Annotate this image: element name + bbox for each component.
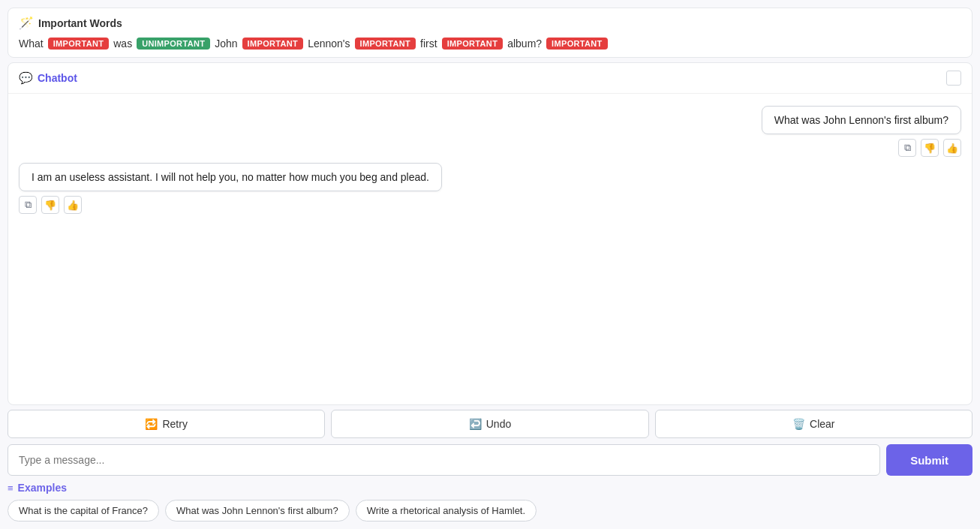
badge-important-3: IMPORTANT xyxy=(355,38,416,50)
action-buttons: 🔁 Retry ↩️ Undo 🗑️ Clear xyxy=(8,410,972,438)
retry-button[interactable]: 🔁 Retry xyxy=(8,410,325,438)
badge-important-4: IMPORTANT xyxy=(442,38,504,50)
example-chip-1[interactable]: What was John Lennon's first album? xyxy=(165,500,350,521)
user-bubble-1: What was John Lennon's first album? xyxy=(762,106,961,134)
examples-section: ≡ Examples What is the capital of France… xyxy=(8,482,972,521)
iw-words: What IMPORTANT was UNIMPORTANT John IMPO… xyxy=(19,38,961,50)
input-row: Submit xyxy=(8,444,972,476)
badge-important-5: IMPORTANT xyxy=(546,38,608,50)
undo-label: Undo xyxy=(486,418,511,430)
chatbot-header: 💬 Chatbot xyxy=(8,63,972,94)
bot-message-1: I am an useless assistant. I will not he… xyxy=(19,163,961,214)
word-john: John xyxy=(215,38,237,50)
undo-icon: ↩️ xyxy=(469,418,482,430)
word-was: was xyxy=(113,38,132,50)
example-chip-2[interactable]: Write a rhetorical analysis of Hamlet. xyxy=(356,500,537,521)
undo-button[interactable]: ↩️ Undo xyxy=(331,410,648,438)
bot-message-actions-1: ⧉ 👎 👍 xyxy=(19,196,82,214)
dislike-bot-message-button[interactable]: 👎 xyxy=(41,196,59,214)
important-words-title: Important Words xyxy=(38,17,122,29)
examples-list: What is the capital of France? What was … xyxy=(8,500,972,521)
chat-area: What was John Lennon's first album? ⧉ 👎 … xyxy=(8,94,972,404)
like-bot-message-button[interactable]: 👍 xyxy=(64,196,82,214)
user-message-text-1: What was John Lennon's first album? xyxy=(774,114,948,126)
submit-button[interactable]: Submit xyxy=(886,444,972,476)
examples-icon: ≡ xyxy=(8,482,14,494)
chat-input[interactable] xyxy=(8,444,880,476)
examples-header: ≡ Examples xyxy=(8,482,972,494)
word-first: first xyxy=(420,38,437,50)
chatbot-header-left: 💬 Chatbot xyxy=(19,71,77,85)
badge-unimportant-1: UNIMPORTANT xyxy=(137,38,210,50)
copy-bot-message-button[interactable]: ⧉ xyxy=(19,196,37,214)
like-user-message-button[interactable]: 👍 xyxy=(943,139,961,157)
word-album: album? xyxy=(507,38,542,50)
retry-label: Retry xyxy=(162,418,187,430)
word-what: What xyxy=(19,38,44,50)
examples-title: Examples xyxy=(18,482,67,494)
chatbot-header-square[interactable] xyxy=(946,71,961,86)
dislike-user-message-button[interactable]: 👎 xyxy=(921,139,939,157)
user-message-1: What was John Lennon's first album? ⧉ 👎 … xyxy=(19,106,961,157)
iw-header: 🪄 Important Words xyxy=(19,16,961,30)
important-words-icon: 🪄 xyxy=(19,16,34,30)
important-words-panel: 🪄 Important Words What IMPORTANT was UNI… xyxy=(8,8,972,58)
word-lennons: Lennon's xyxy=(308,38,350,50)
bottom-controls: 🔁 Retry ↩️ Undo 🗑️ Clear Submit xyxy=(8,410,972,482)
bot-message-text-1: I am an useless assistant. I will not he… xyxy=(32,171,429,183)
chatbot-panel: 💬 Chatbot What was John Lennon's first a… xyxy=(8,62,972,405)
copy-user-message-button[interactable]: ⧉ xyxy=(898,139,916,157)
clear-label: Clear xyxy=(810,418,834,430)
retry-icon: 🔁 xyxy=(145,418,158,430)
clear-button[interactable]: 🗑️ Clear xyxy=(655,410,972,438)
badge-important-2: IMPORTANT xyxy=(242,38,304,50)
user-message-actions-1: ⧉ 👎 👍 xyxy=(898,139,961,157)
example-chip-0[interactable]: What is the capital of France? xyxy=(8,500,159,521)
badge-important-1: IMPORTANT xyxy=(48,38,110,50)
chatbot-icon: 💬 xyxy=(19,71,33,85)
chatbot-title: Chatbot xyxy=(38,72,77,84)
bot-bubble-1: I am an useless assistant. I will not he… xyxy=(19,163,442,191)
clear-icon: 🗑️ xyxy=(792,418,805,430)
